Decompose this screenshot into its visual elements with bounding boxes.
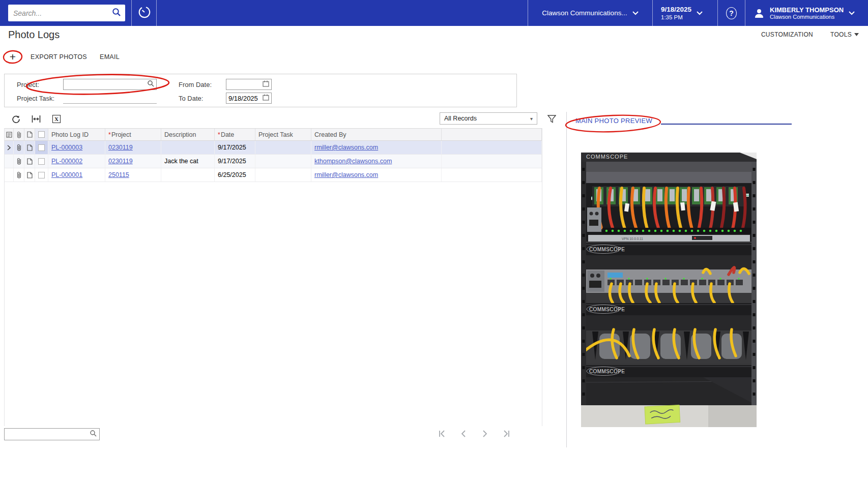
- company-name: Clawson Communications...: [542, 9, 627, 17]
- files-column-header[interactable]: [24, 129, 35, 140]
- project-lookup[interactable]: [63, 79, 157, 90]
- column-header-created-by[interactable]: Created By: [311, 129, 442, 140]
- preview-panel-title: MAIN PHOTO PREVIEW: [575, 117, 652, 125]
- table-row[interactable]: PL-000003 0230119 9/17/2025 rmiller@claw…: [5, 141, 542, 155]
- required-marker: *: [218, 131, 220, 138]
- select-all-checkbox[interactable]: [38, 131, 45, 138]
- timer-button[interactable]: [134, 5, 155, 21]
- file-icon: [27, 144, 33, 151]
- svg-text:VPN 10.0.0.11: VPN 10.0.0.11: [622, 237, 643, 240]
- column-header-date[interactable]: *Date: [215, 129, 255, 140]
- project-link[interactable]: 0230119: [108, 158, 133, 165]
- attachments-cell[interactable]: [14, 141, 24, 154]
- to-date-input[interactable]: [226, 95, 263, 102]
- grid-search-box[interactable]: [4, 428, 100, 440]
- created-by-link[interactable]: rmiller@clawsons.com: [314, 171, 378, 178]
- row-selector-cell: [5, 155, 14, 168]
- customization-button[interactable]: CUSTOMIZATION: [761, 31, 813, 38]
- business-date-selector[interactable]: 9/18/2025 1:35 PM: [652, 0, 717, 26]
- filter-panel: Project: Project Task: From Date: To Dat…: [4, 74, 517, 107]
- row-checkbox-cell[interactable]: [35, 141, 48, 154]
- calendar-icon[interactable]: [263, 94, 269, 103]
- help-button[interactable]: ?: [717, 0, 745, 26]
- preview-title-rule: [661, 124, 792, 125]
- to-date-field[interactable]: [226, 93, 272, 104]
- user-name: KIMBERLY THOMPSON: [770, 6, 844, 14]
- attachments-cell[interactable]: [14, 155, 24, 168]
- row-checkbox-cell[interactable]: [35, 168, 48, 182]
- files-cell[interactable]: [24, 155, 35, 168]
- export-excel-button[interactable]: X: [51, 113, 62, 125]
- filter-settings-button[interactable]: [546, 113, 557, 125]
- photo-log-id-link[interactable]: PL-000002: [51, 158, 82, 165]
- from-date-field[interactable]: [226, 79, 272, 90]
- project-link[interactable]: 250115: [108, 171, 129, 178]
- files-cell[interactable]: [24, 168, 35, 182]
- photo-log-id-link[interactable]: PL-000001: [51, 171, 82, 178]
- user-menu[interactable]: KIMBERLY THOMPSON Clawson Communications: [745, 0, 868, 26]
- email-button[interactable]: EMAIL: [100, 53, 120, 61]
- next-page-button[interactable]: [480, 429, 489, 438]
- paperclip-icon: [17, 171, 21, 178]
- search-icon[interactable]: [112, 8, 121, 19]
- column-header-project[interactable]: *Project: [105, 129, 161, 140]
- first-page-button[interactable]: [438, 429, 447, 438]
- global-search-input[interactable]: [8, 9, 112, 17]
- files-cell[interactable]: [24, 141, 35, 154]
- attachments-column-header[interactable]: [14, 129, 24, 140]
- records-filter-dropdown[interactable]: All Records ▾: [440, 112, 537, 125]
- svg-text:COMMSCOPE: COMMSCOPE: [589, 307, 625, 312]
- column-header-project-task[interactable]: Project Task: [255, 129, 311, 140]
- row-checkbox-cell[interactable]: [35, 155, 48, 168]
- refresh-button[interactable]: [10, 113, 21, 125]
- notes-column-header[interactable]: [5, 129, 14, 140]
- column-label: Project Task: [258, 131, 293, 138]
- row-checkbox[interactable]: [38, 144, 45, 151]
- last-page-button[interactable]: [502, 429, 511, 438]
- attachments-cell[interactable]: [14, 168, 24, 182]
- calendar-icon[interactable]: [263, 80, 269, 89]
- date-cell: 9/17/2025: [218, 144, 246, 151]
- column-label: Project: [111, 131, 131, 138]
- chevron-down-icon: [697, 11, 703, 15]
- prev-page-button[interactable]: [459, 429, 468, 438]
- project-input[interactable]: [64, 81, 147, 88]
- project-label: Project:: [17, 81, 39, 88]
- filler-cell: [442, 155, 542, 168]
- photo-log-id-link[interactable]: PL-000003: [51, 144, 82, 151]
- filler-cell: [442, 168, 542, 182]
- search-icon[interactable]: [90, 430, 97, 439]
- svg-text:COMMSCOPE: COMMSCOPE: [589, 247, 625, 252]
- created-by-link[interactable]: kthompson@clawsons.com: [314, 158, 392, 165]
- fit-width-button[interactable]: [31, 113, 42, 125]
- row-checkbox[interactable]: [38, 172, 45, 178]
- row-checkbox[interactable]: [38, 158, 45, 165]
- export-photos-button[interactable]: EXPORT PHOTOS: [31, 53, 87, 61]
- pagination: [438, 429, 511, 438]
- timer-icon: [138, 6, 151, 21]
- project-task-field[interactable]: [63, 93, 157, 104]
- created-by-link[interactable]: rmiller@clawsons.com: [314, 144, 378, 151]
- lookup-icon[interactable]: [147, 80, 154, 89]
- column-header-description[interactable]: Description: [161, 129, 215, 140]
- table-row[interactable]: PL-000002 0230119 Jack the cat 9/17/2025…: [5, 155, 542, 168]
- main-photo-preview-panel: MAIN PHOTO PREVIEW COMMSCOPE: [566, 112, 868, 447]
- photo-preview-image: COMMSCOPE: [581, 153, 757, 427]
- project-task-input[interactable]: [63, 93, 157, 103]
- column-header-photo-log-id[interactable]: Photo Log ID: [48, 129, 105, 140]
- grid-search-input[interactable]: [5, 431, 90, 438]
- separator: [131, 0, 132, 26]
- table-row[interactable]: PL-000001 250115 6/25/2025 rmiller@claws…: [5, 168, 542, 182]
- file-icon: [27, 158, 33, 165]
- funnel-icon: [547, 115, 556, 123]
- row-selector-cell: [5, 141, 14, 154]
- select-all-column-header[interactable]: [35, 129, 48, 140]
- from-date-input[interactable]: [226, 81, 263, 88]
- tools-button[interactable]: TOOLS: [830, 31, 859, 38]
- refresh-icon: [12, 115, 20, 124]
- company-selector[interactable]: Clawson Communications...: [528, 0, 652, 26]
- global-search[interactable]: [8, 5, 125, 21]
- add-record-button[interactable]: +: [7, 51, 18, 63]
- project-link[interactable]: 0230119: [108, 144, 133, 151]
- header-links: CUSTOMIZATION TOOLS: [761, 31, 859, 38]
